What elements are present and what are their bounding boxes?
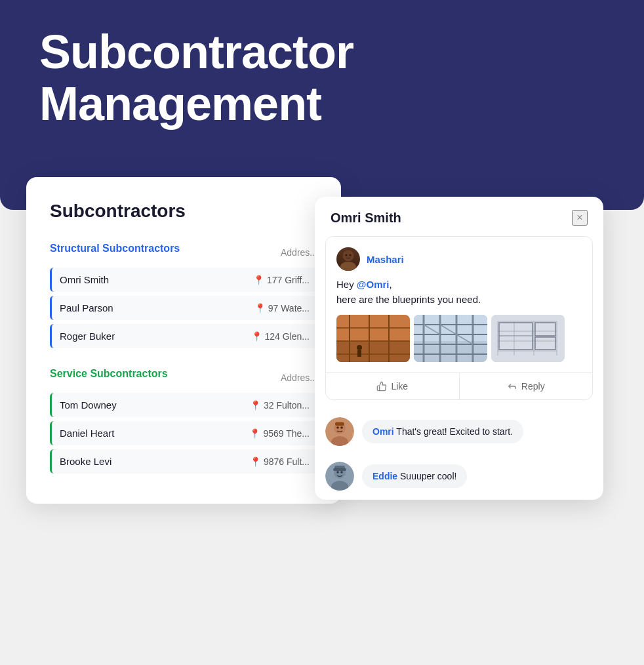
- location-icon-0: 📍: [253, 275, 264, 285]
- service-contractor-address-1: 📍 9569 The...: [249, 428, 310, 439]
- service-contractor-name-2: Brooke Levi: [60, 456, 250, 467]
- svg-point-4: [350, 254, 352, 256]
- structural-address-header: Addres...: [281, 247, 317, 258]
- structural-row-2[interactable]: Roger Buker 📍 124 Glen...: [50, 324, 317, 348]
- service-location-icon-2: 📍: [250, 456, 261, 467]
- message-card: Mashari Hey @Omri, here are the blueprin…: [325, 236, 593, 400]
- svg-rect-6: [336, 341, 410, 362]
- hero-title: Subcontractor Management: [39, 26, 353, 130]
- panel-title: Subcontractors: [50, 201, 317, 222]
- eddie-avatar: [325, 462, 354, 491]
- svg-point-1: [340, 262, 356, 271]
- svg-rect-46: [335, 422, 344, 426]
- structural-section-title: Structural Subcontractors: [50, 243, 180, 254]
- svg-point-2: [343, 251, 353, 261]
- chat-title: Omri Smith: [331, 211, 401, 226]
- location-icon-2: 📍: [251, 331, 262, 342]
- contractor-name-0: Omri Smith: [60, 274, 253, 285]
- message-content: Mashari Hey @Omri, here are the blueprin…: [326, 237, 592, 373]
- svg-point-45: [340, 426, 343, 429]
- structural-row-0[interactable]: Omri Smith 📍 177 Griff...: [50, 268, 317, 292]
- service-contractor-address-0: 📍 32 Fulton...: [250, 400, 310, 411]
- service-section-title: Service Subcontractors: [50, 368, 168, 380]
- contractor-address-1: 📍 97 Wate...: [254, 303, 310, 313]
- service-contractor-name-1: Daniel Heart: [60, 428, 249, 439]
- svg-point-3: [346, 254, 348, 256]
- structural-row-1[interactable]: Paul Parson 📍 97 Wate...: [50, 296, 317, 320]
- svg-point-13: [357, 345, 362, 350]
- chat-panel: Omri Smith ×: [315, 197, 603, 500]
- svg-rect-14: [357, 350, 361, 357]
- svg-rect-16: [414, 315, 487, 341]
- service-row-1[interactable]: Daniel Heart 📍 9569 The...: [50, 421, 317, 445]
- service-contractor-address-2: 📍 9876 Fult...: [250, 456, 310, 467]
- like-button[interactable]: Like: [326, 373, 460, 399]
- sender-name: Mashari: [367, 254, 404, 265]
- reply-button[interactable]: Reply: [460, 373, 593, 399]
- comment-user-omri: Omri: [372, 426, 394, 437]
- sender-row: Mashari: [336, 247, 582, 271]
- structural-section-header: Structural Subcontractors Addres...: [50, 243, 317, 262]
- location-icon-1: 📍: [254, 303, 266, 313]
- svg-point-44: [336, 426, 339, 429]
- comment-user-eddie: Eddie: [372, 471, 397, 481]
- contractor-name-2: Roger Buker: [60, 331, 251, 342]
- omri-avatar: [325, 417, 354, 446]
- contractor-address-2: 📍 124 Glen...: [251, 331, 310, 342]
- svg-point-50: [336, 471, 339, 474]
- service-location-icon-1: 📍: [249, 428, 260, 439]
- contractor-address-0: 📍 177 Griff...: [253, 275, 310, 285]
- comment-bubble-omri: Omri That's great! Excited to start.: [362, 420, 523, 443]
- contractor-name-1: Paul Parson: [60, 302, 254, 313]
- gallery-image-1: [414, 315, 487, 362]
- subcontractors-panel: Subcontractors Structural Subcontractors…: [26, 177, 341, 504]
- svg-rect-53: [333, 468, 346, 471]
- mashari-avatar: [336, 247, 360, 271]
- comment-row-eddie: Eddie Suuuper cool!: [315, 455, 603, 497]
- message-actions: Like Reply: [326, 373, 592, 399]
- svg-point-51: [340, 471, 343, 474]
- comment-bubble-eddie: Eddie Suuuper cool!: [362, 464, 467, 488]
- svg-rect-28: [491, 315, 565, 362]
- service-location-icon-0: 📍: [250, 400, 261, 411]
- chat-header: Omri Smith ×: [315, 197, 603, 236]
- service-row-2[interactable]: Brooke Levi 📍 9876 Fult...: [50, 449, 317, 474]
- service-contractor-name-0: Tom Downey: [60, 399, 250, 411]
- close-button[interactable]: ×: [572, 210, 588, 226]
- service-address-header: Addres...: [281, 373, 317, 383]
- comment-row-omri: Omri That's great! Excited to start.: [315, 411, 603, 453]
- service-section-header: Service Subcontractors Addres...: [50, 368, 317, 388]
- gallery-image-2: [491, 315, 565, 362]
- image-gallery: [336, 315, 582, 362]
- gallery-image-0: [336, 315, 410, 362]
- message-text: Hey @Omri, here are the blueprints you n…: [336, 277, 582, 307]
- service-row-0[interactable]: Tom Downey 📍 32 Fulton...: [50, 393, 317, 417]
